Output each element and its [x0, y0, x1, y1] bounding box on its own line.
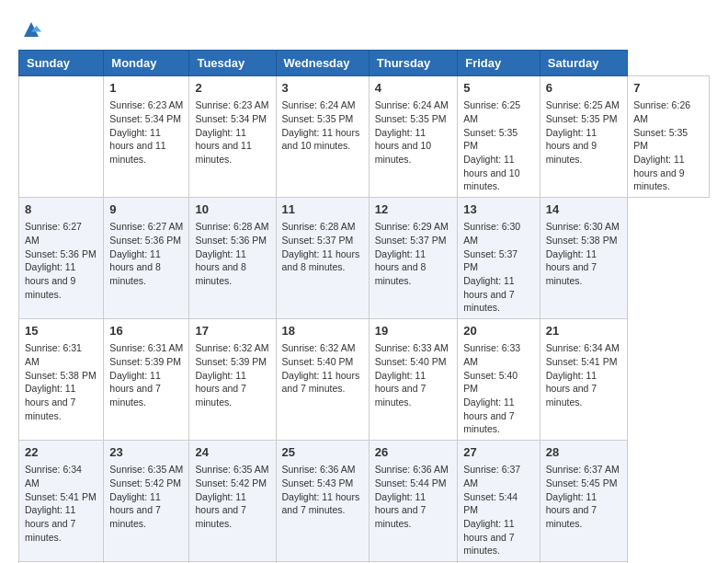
sunset-text: Sunset: 5:42 PM: [195, 477, 267, 488]
calendar-cell: 8 Sunrise: 6:27 AM Sunset: 5:36 PM Dayli…: [19, 198, 104, 319]
day-number: 9: [109, 201, 183, 218]
calendar-table: SundayMondayTuesdayWednesdayThursdayFrid…: [18, 50, 710, 563]
daylight-text: Daylight: 11 hours and 11 minutes.: [109, 127, 165, 165]
sunset-text: Sunset: 5:42 PM: [109, 477, 181, 488]
sunset-text: Sunset: 5:35 PM: [282, 113, 354, 124]
sunset-text: Sunset: 5:40 PM: [375, 356, 447, 367]
week-row-1: 8 Sunrise: 6:27 AM Sunset: 5:36 PM Dayli…: [19, 198, 710, 319]
calendar-cell: 13 Sunrise: 6:30 AM Sunset: 5:37 PM Dayl…: [458, 198, 540, 319]
weekday-tuesday: Tuesday: [189, 51, 276, 76]
sunrise-text: Sunrise: 6:26 AM: [633, 99, 690, 124]
week-row-0: 1 Sunrise: 6:23 AM Sunset: 5:34 PM Dayli…: [19, 76, 710, 198]
day-number: 8: [25, 201, 97, 218]
sunset-text: Sunset: 5:45 PM: [546, 477, 618, 488]
calendar-cell: 2 Sunrise: 6:23 AM Sunset: 5:34 PM Dayli…: [189, 76, 276, 198]
sunrise-text: Sunrise: 6:33 AM: [463, 342, 520, 367]
sunset-text: Sunset: 5:35 PM: [633, 127, 688, 152]
sunset-text: Sunset: 5:38 PM: [546, 235, 618, 246]
day-number: 1: [109, 80, 183, 97]
sunset-text: Sunset: 5:37 PM: [282, 235, 354, 246]
daylight-text: Daylight: 11 hours and 7 minutes.: [109, 370, 160, 408]
weekday-wednesday: Wednesday: [276, 51, 369, 76]
daylight-text: Daylight: 11 hours and 7 minutes.: [375, 370, 426, 408]
daylight-text: Daylight: 11 hours and 7 minutes.: [463, 396, 514, 434]
logo: [18, 18, 42, 40]
day-number: 20: [463, 323, 534, 339]
sunset-text: Sunset: 5:36 PM: [109, 235, 181, 246]
day-number: 19: [375, 323, 451, 339]
day-number: 4: [375, 80, 451, 97]
sunset-text: Sunset: 5:41 PM: [546, 356, 618, 367]
daylight-text: Daylight: 11 hours and 7 minutes.: [109, 491, 160, 529]
sunrise-text: Sunrise: 6:35 AM: [109, 464, 183, 475]
calendar-cell: 20 Sunrise: 6:33 AM Sunset: 5:40 PM Dayl…: [458, 319, 540, 441]
calendar-cell: 15 Sunrise: 6:31 AM Sunset: 5:38 PM Dayl…: [19, 319, 104, 441]
day-number: 10: [195, 201, 269, 218]
daylight-text: Daylight: 11 hours and 7 minutes.: [282, 491, 360, 516]
daylight-text: Daylight: 11 hours and 7 minutes.: [25, 504, 75, 542]
sunset-text: Sunset: 5:39 PM: [109, 356, 181, 367]
day-number: 27: [463, 444, 534, 461]
logo-icon: [20, 18, 42, 40]
sunrise-text: Sunrise: 6:37 AM: [463, 464, 520, 488]
day-number: 16: [109, 323, 183, 339]
sunrise-text: Sunrise: 6:30 AM: [546, 221, 620, 232]
sunrise-text: Sunrise: 6:28 AM: [195, 221, 268, 232]
day-number: 18: [282, 323, 363, 339]
weekday-sunday: Sunday: [19, 51, 104, 76]
day-number: 5: [463, 80, 534, 97]
sunrise-text: Sunrise: 6:33 AM: [375, 342, 449, 353]
day-number: 22: [25, 444, 97, 461]
daylight-text: Daylight: 11 hours and 9 minutes.: [25, 261, 75, 299]
day-number: 12: [375, 201, 451, 218]
sunset-text: Sunset: 5:36 PM: [195, 235, 267, 246]
day-number: 25: [282, 444, 363, 461]
sunrise-text: Sunrise: 6:32 AM: [282, 342, 356, 353]
calendar-cell: 18 Sunrise: 6:32 AM Sunset: 5:40 PM Dayl…: [276, 319, 369, 441]
day-number: 28: [546, 444, 621, 461]
week-row-3: 22 Sunrise: 6:34 AM Sunset: 5:41 PM Dayl…: [19, 441, 710, 562]
daylight-text: Daylight: 11 hours and 10 minutes.: [282, 127, 360, 152]
calendar-cell: 4 Sunrise: 6:24 AM Sunset: 5:35 PM Dayli…: [369, 76, 457, 198]
sunset-text: Sunset: 5:38 PM: [25, 370, 97, 381]
sunrise-text: Sunrise: 6:25 AM: [546, 99, 620, 110]
calendar-cell: 16 Sunrise: 6:31 AM Sunset: 5:39 PM Dayl…: [104, 319, 189, 441]
sunrise-text: Sunrise: 6:27 AM: [25, 221, 82, 246]
day-number: 6: [546, 80, 621, 97]
sunrise-text: Sunrise: 6:24 AM: [375, 99, 449, 110]
sunrise-text: Sunrise: 6:36 AM: [282, 464, 356, 475]
sunrise-text: Sunrise: 6:28 AM: [282, 221, 356, 232]
day-number: 15: [25, 323, 97, 339]
week-row-2: 15 Sunrise: 6:31 AM Sunset: 5:38 PM Dayl…: [19, 319, 710, 441]
day-number: 17: [195, 323, 269, 339]
weekday-friday: Friday: [458, 51, 540, 76]
calendar-cell: 21 Sunrise: 6:34 AM Sunset: 5:41 PM Dayl…: [540, 319, 627, 441]
sunrise-text: Sunrise: 6:37 AM: [546, 464, 620, 475]
day-number: 24: [195, 444, 269, 461]
sunrise-text: Sunrise: 6:31 AM: [109, 342, 183, 353]
weekday-header-row: SundayMondayTuesdayWednesdayThursdayFrid…: [19, 51, 710, 76]
calendar-cell: 11 Sunrise: 6:28 AM Sunset: 5:37 PM Dayl…: [276, 198, 369, 319]
sunset-text: Sunset: 5:37 PM: [375, 235, 447, 246]
daylight-text: Daylight: 11 hours and 9 minutes.: [546, 127, 597, 165]
sunset-text: Sunset: 5:35 PM: [463, 127, 518, 152]
day-number: 14: [546, 201, 621, 218]
calendar-cell: 28 Sunrise: 6:37 AM Sunset: 5:45 PM Dayl…: [540, 441, 627, 562]
sunrise-text: Sunrise: 6:23 AM: [195, 99, 268, 110]
daylight-text: Daylight: 11 hours and 7 minutes.: [195, 491, 245, 529]
sunrise-text: Sunrise: 6:27 AM: [109, 221, 183, 232]
daylight-text: Daylight: 11 hours and 8 minutes.: [109, 248, 160, 286]
sunset-text: Sunset: 5:41 PM: [25, 491, 97, 502]
calendar-cell: 7 Sunrise: 6:26 AM Sunset: 5:35 PM Dayli…: [628, 76, 710, 198]
sunrise-text: Sunrise: 6:34 AM: [546, 342, 620, 353]
sunset-text: Sunset: 5:35 PM: [375, 113, 447, 124]
daylight-text: Daylight: 11 hours and 7 minutes.: [546, 370, 597, 408]
calendar-cell: 3 Sunrise: 6:24 AM Sunset: 5:35 PM Dayli…: [276, 76, 369, 198]
day-number: 21: [546, 323, 621, 339]
weekday-saturday: Saturday: [540, 51, 627, 76]
sunset-text: Sunset: 5:37 PM: [463, 248, 518, 273]
sunrise-text: Sunrise: 6:32 AM: [195, 342, 268, 353]
sunset-text: Sunset: 5:35 PM: [546, 113, 618, 124]
empty-cell: [19, 76, 104, 198]
sunrise-text: Sunrise: 6:31 AM: [25, 342, 82, 367]
